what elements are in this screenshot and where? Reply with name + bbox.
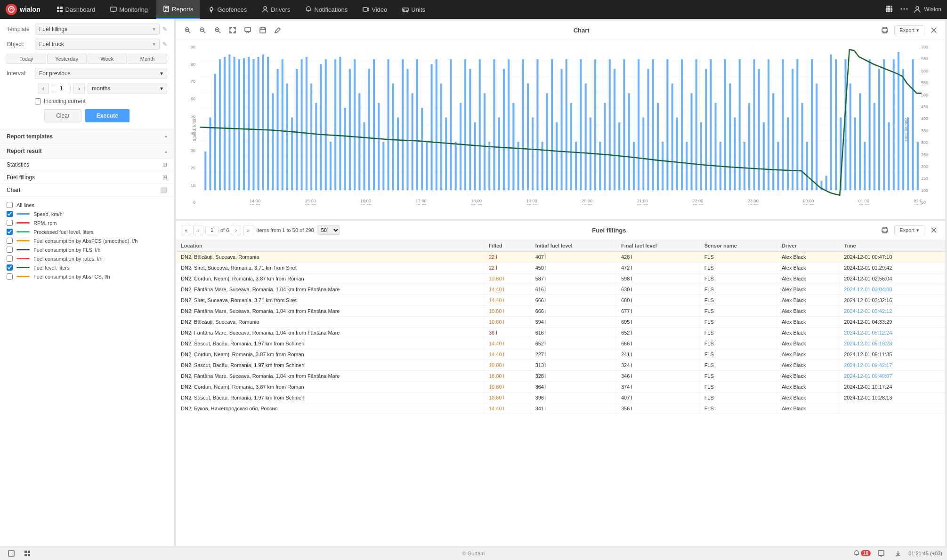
fls-checkbox[interactable] xyxy=(7,247,13,253)
table-row[interactable]: DN2, Fântâna Mare, Suceava, Romania, 1.0… xyxy=(176,371,945,382)
result-item-chart[interactable]: Chart ⬜ xyxy=(0,184,174,197)
report-templates-header[interactable]: Report templates ▾ xyxy=(0,129,174,144)
rpm-checkbox[interactable] xyxy=(7,220,13,226)
table-row[interactable]: DN2, Cordun, Neamț, Romania, 3.87 km fro… xyxy=(176,273,945,284)
template-section: Template Fuel fillings ▾ ✎ Object: Fuel … xyxy=(0,19,174,129)
apps-icon[interactable] xyxy=(883,3,895,16)
svg-rect-88 xyxy=(431,64,433,190)
calendar-icon[interactable] xyxy=(256,24,269,37)
svg-text:12-08: 12-08 xyxy=(637,203,648,205)
table-row[interactable]: DN2, Siret, Suceava, Romania, 3.71 km fr… xyxy=(176,295,945,306)
table-row[interactable]: DN2, Cordun, Neamț, Romania, 3.87 km fro… xyxy=(176,382,945,392)
svg-rect-81 xyxy=(397,118,399,191)
object-edit-icon[interactable]: ✎ xyxy=(162,41,167,48)
cell-time[interactable]: 2024-12-01 09:42:17 xyxy=(839,360,945,371)
nav-monitoring[interactable]: Monitoring xyxy=(104,0,154,19)
list-view-icon[interactable] xyxy=(5,547,18,560)
tab-month[interactable]: Month xyxy=(128,54,167,64)
close-icon[interactable] xyxy=(927,24,940,37)
tab-yesterday[interactable]: Yesterday xyxy=(47,54,87,64)
per-page-select[interactable]: 50 100 200 xyxy=(317,225,340,235)
table-row[interactable]: DN2, Буков, Нижегородская обл, Россия 14… xyxy=(176,403,945,414)
result-item-fuel-fillings[interactable]: Fuel fillings ⊞ xyxy=(0,171,174,184)
table-row[interactable]: DN2, Fântâna Mare, Suceava, Romania, 1.0… xyxy=(176,284,945,295)
decrement-button[interactable]: ‹ xyxy=(38,83,49,94)
including-current-label[interactable]: Including current xyxy=(44,98,86,104)
more-icon[interactable] xyxy=(898,3,910,16)
table-close-icon[interactable] xyxy=(927,224,940,237)
nav-units[interactable]: Units xyxy=(396,0,432,19)
object-select[interactable]: Fuel truck ▾ xyxy=(35,39,160,50)
grid-view-icon[interactable] xyxy=(21,547,34,560)
prev-page-button[interactable]: ‹ xyxy=(193,225,203,235)
report-result-header[interactable]: Report result ▴ xyxy=(0,144,174,159)
increment-button[interactable]: › xyxy=(73,83,85,94)
cell-time[interactable]: 2024-12-01 03:04:00 xyxy=(839,284,945,295)
rates-checkbox[interactable] xyxy=(7,256,13,262)
table-row[interactable]: DN2, Fântâna Mare, Suceava, Romania, 1.0… xyxy=(176,306,945,317)
svg-rect-41 xyxy=(204,152,206,190)
table-row[interactable]: DN2, Bâlcăuți, Suceava, Romania 10.80 l … xyxy=(176,317,945,328)
svg-rect-58 xyxy=(286,83,288,190)
nav-dashboard[interactable]: Dashboard xyxy=(50,0,102,19)
table-row[interactable]: DN2, Sascut, Bacău, Romania, 1.97 km fro… xyxy=(176,338,945,349)
table-row[interactable]: DN2, Cordun, Neamț, Romania, 3.87 km fro… xyxy=(176,349,945,360)
chat-icon[interactable] xyxy=(241,24,254,37)
pencil-icon[interactable] xyxy=(271,24,284,37)
processed-fuel-checkbox[interactable] xyxy=(7,229,13,235)
table-export-button[interactable]: Export ▾ xyxy=(894,225,924,235)
template-edit-icon[interactable]: ✎ xyxy=(162,26,167,32)
tab-today[interactable]: Today xyxy=(7,54,46,64)
interval-select[interactable]: For previous ▾ xyxy=(35,68,167,79)
user-menu[interactable]: Wialon xyxy=(914,6,941,13)
nav-drivers[interactable]: Drivers xyxy=(255,0,297,19)
all-lines-checkbox[interactable] xyxy=(7,202,13,208)
including-current-checkbox[interactable] xyxy=(35,98,41,104)
template-select[interactable]: Fuel fillings ▾ xyxy=(35,24,160,35)
cell-initial: 652 l xyxy=(530,338,616,349)
notification-area[interactable]: 10 xyxy=(853,550,871,557)
first-page-button[interactable]: « xyxy=(181,225,191,235)
cell-driver: Alex Black xyxy=(777,284,839,295)
nav-reports[interactable]: Reports xyxy=(156,0,200,19)
table-row[interactable]: DN2, Bâlcăuți, Suceava, Romania 22 l 407… xyxy=(176,252,945,263)
unit-select[interactable]: months ▾ xyxy=(88,83,167,94)
speed-checkbox[interactable] xyxy=(7,211,13,217)
execute-button[interactable]: Execute xyxy=(85,109,130,122)
table-row[interactable]: DN2, Sascut, Bacău, Romania, 1.97 km fro… xyxy=(176,392,945,403)
page-number-input[interactable] xyxy=(205,226,219,234)
last-page-button[interactable]: » xyxy=(243,225,253,235)
zoom-out-icon[interactable] xyxy=(196,24,209,37)
expand-icon[interactable] xyxy=(226,24,239,37)
cell-time[interactable]: 2024-12-01 09:49:07 xyxy=(839,371,945,382)
result-item-statistics[interactable]: Statistics ⊞ xyxy=(0,159,174,171)
fls-label: Fuel consumption by FLS, l/h xyxy=(33,247,100,253)
chart-export-button[interactable]: Export ▾ xyxy=(894,25,924,35)
nav-notifications[interactable]: Notifications xyxy=(299,0,354,19)
next-page-button[interactable]: › xyxy=(231,225,241,235)
cell-filled: 10.80 l xyxy=(484,273,531,284)
clear-button[interactable]: Clear xyxy=(44,109,81,122)
table-row[interactable]: DN2, Siret, Suceava, Romania, 3.71 km fr… xyxy=(176,263,945,273)
nav-video[interactable]: Video xyxy=(356,0,394,19)
app-logo[interactable]: wialon xyxy=(6,4,40,15)
nav-geofences[interactable]: Geofences xyxy=(202,0,253,19)
cell-time[interactable]: 2024-12-01 05:19:28 xyxy=(839,338,945,349)
print-icon[interactable] xyxy=(878,24,891,37)
absfcs-checkbox[interactable] xyxy=(7,273,13,280)
cell-time[interactable]: 2024-12-01 05:12:24 xyxy=(839,328,945,338)
number-input[interactable] xyxy=(52,84,71,93)
tab-week[interactable]: Week xyxy=(88,54,127,64)
download-icon[interactable] xyxy=(891,547,905,560)
zoom-reset-icon[interactable] xyxy=(211,24,224,37)
fuel-level-checkbox[interactable] xyxy=(7,264,13,271)
table-title: Fuel fillings xyxy=(343,227,876,234)
absfcs-smoothed-checkbox[interactable] xyxy=(7,238,13,244)
cell-time[interactable]: 2024-12-01 03:42:12 xyxy=(839,306,945,317)
table-row[interactable]: DN2, Sascut, Bacău, Romania, 1.97 km fro… xyxy=(176,360,945,371)
table-print-icon[interactable] xyxy=(878,224,891,237)
message-icon[interactable] xyxy=(874,547,888,560)
cell-filled: 22 l xyxy=(484,263,531,273)
zoom-in-icon[interactable] xyxy=(181,24,194,37)
table-row[interactable]: DN2, Fântâna Mare, Suceava, Romania, 1.0… xyxy=(176,328,945,338)
